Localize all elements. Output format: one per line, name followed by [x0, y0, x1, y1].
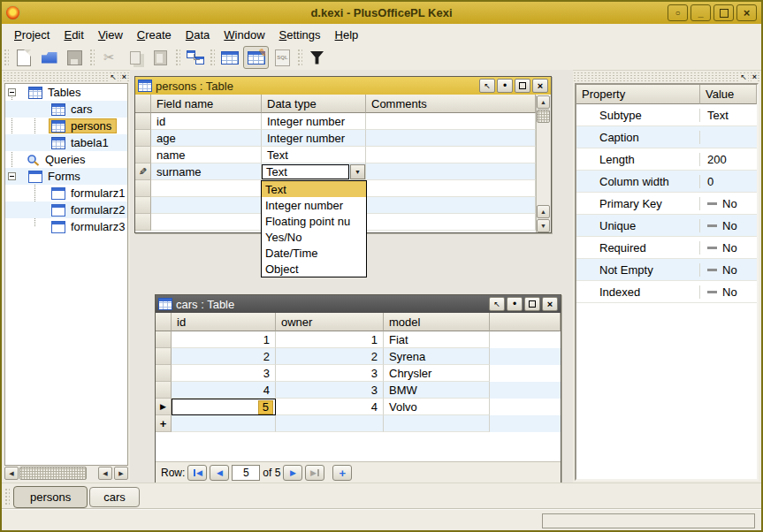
owner-cell[interactable]: 3 [276, 365, 384, 382]
close-panel-icon[interactable]: × [121, 73, 127, 81]
sidebar-item-formularz1[interactable]: formularz1 [5, 185, 127, 201]
column-header-model[interactable]: model [384, 313, 490, 331]
row-header[interactable] [135, 214, 151, 231]
scroll-right-button[interactable]: ▶ [114, 467, 128, 480]
comments-cell[interactable] [366, 163, 536, 180]
panel-drag-handle[interactable]: ↖ × [573, 72, 760, 82]
design-view-button[interactable]: ✎ [243, 46, 269, 69]
row-header-current[interactable]: ▶ [156, 399, 172, 415]
row-header[interactable] [156, 365, 172, 382]
close-button[interactable]: × [532, 79, 548, 93]
row-header[interactable] [135, 180, 151, 197]
data-type-combo-cell[interactable]: Text ▼ [262, 163, 366, 180]
vertical-scrollbar[interactable]: ▲ ▲ ▼ [536, 95, 551, 232]
comments-cell[interactable] [366, 113, 536, 130]
cars-window-titlebar[interactable]: cars : Table ↖ • × [156, 295, 561, 313]
dropdown-item-float[interactable]: Floating point nu [262, 213, 366, 229]
close-panel-icon[interactable]: × [752, 73, 758, 81]
property-row-column-width[interactable]: Column width 0 [576, 171, 757, 193]
column-header-comments[interactable]: Comments [366, 95, 536, 113]
id-cell[interactable]: 3 [172, 365, 276, 382]
property-row-primary-key[interactable]: Primary Key No [576, 193, 757, 215]
sidebar-item-cars[interactable]: cars [5, 101, 127, 118]
field-name-cell[interactable]: id [151, 113, 262, 130]
id-cell[interactable]: 2 [172, 348, 276, 365]
owner-cell[interactable]: 4 [276, 399, 384, 415]
table-relationships-button[interactable] [183, 47, 207, 68]
data-type-cell[interactable]: Integer number [262, 113, 366, 130]
sidebar-item-tables[interactable]: Tables [5, 84, 127, 101]
property-row-unique[interactable]: Unique No [576, 215, 757, 237]
minimize-button[interactable]: _ [691, 4, 711, 21]
filter-button[interactable] [305, 47, 329, 68]
table-view-button[interactable] [217, 47, 241, 68]
menu-create[interactable]: Create [130, 26, 179, 44]
open-file-button[interactable] [37, 47, 61, 68]
field-name-cell[interactable]: name [151, 147, 262, 163]
model-cell[interactable]: Volvo [384, 399, 490, 415]
title-bar[interactable]: d.kexi - PlusOfficePL Kexi ○ _ × [2, 2, 761, 24]
scrollbar-thumb[interactable] [19, 467, 87, 480]
row-header[interactable] [156, 331, 172, 348]
sidebar-item-persons[interactable]: persons [5, 118, 127, 134]
menu-view[interactable]: View [91, 26, 130, 44]
menu-edit[interactable]: Edit [57, 26, 90, 44]
scroll-down-button[interactable]: ▼ [537, 219, 550, 232]
dropdown-item-integer[interactable]: Integer number [262, 197, 366, 213]
dropdown-item-text[interactable]: Text [262, 181, 366, 197]
save-button[interactable] [63, 47, 87, 68]
sidebar-item-tabela1[interactable]: tabela1 [5, 134, 127, 151]
taskbar-grip[interactable] [4, 488, 10, 505]
property-row-required[interactable]: Required No [576, 237, 757, 259]
model-cell[interactable]: Syrena [384, 348, 490, 365]
menu-help[interactable]: Help [328, 26, 366, 44]
minimize-button[interactable]: • [497, 79, 513, 93]
copy-button[interactable] [123, 47, 147, 68]
scroll-left-button[interactable]: ◀ [98, 467, 112, 480]
menu-project[interactable]: Project [7, 26, 57, 44]
sidebar-item-forms[interactable]: Forms [5, 168, 127, 185]
scroll-up-button[interactable]: ▲ [537, 95, 550, 109]
last-row-button[interactable]: ▶ [305, 465, 324, 481]
next-row-button[interactable]: ▶ [283, 465, 302, 481]
scroll-left-button[interactable]: ◀ [4, 467, 19, 480]
row-header[interactable] [135, 147, 151, 163]
dropdown-item-datetime[interactable]: Date/Time [262, 245, 366, 261]
row-header[interactable] [135, 113, 151, 130]
sidebar-item-formularz2[interactable]: formularz2 [5, 201, 127, 218]
property-row-length[interactable]: Length 200 [576, 148, 757, 171]
column-header-data-type[interactable]: Data type [262, 95, 366, 113]
row-header-editing[interactable]: ✎ [135, 163, 151, 180]
maximize-button[interactable] [515, 79, 530, 93]
row-header[interactable] [135, 130, 151, 147]
column-header-id[interactable]: id [172, 313, 276, 331]
field-name-cell[interactable]: surname [151, 163, 262, 180]
current-row-input[interactable]: 5 [232, 465, 260, 481]
id-cell[interactable]: 1 [172, 331, 276, 348]
chevron-down-icon[interactable]: ▼ [350, 164, 365, 179]
model-cell[interactable]: BMW [384, 382, 490, 399]
property-row-not-empty[interactable]: Not Empty No [576, 259, 757, 281]
minimize-button[interactable]: • [507, 297, 523, 311]
close-button[interactable]: × [736, 4, 757, 21]
sql-view-button[interactable]: SQL [271, 47, 294, 68]
owner-cell[interactable]: 2 [276, 348, 384, 365]
new-document-button[interactable] [11, 47, 35, 68]
row-header-new[interactable]: + [156, 415, 172, 432]
property-column-header[interactable]: Property [576, 85, 700, 104]
combobox-value[interactable]: Text [262, 164, 349, 179]
paste-button[interactable] [149, 47, 172, 68]
field-name-cell[interactable]: age [151, 130, 262, 147]
data-type-combobox[interactable]: Text ▼ [262, 164, 365, 179]
model-cell[interactable]: Fiat [384, 331, 490, 348]
collapse-icon[interactable] [8, 172, 16, 180]
dropdown-item-object[interactable]: Object [262, 261, 366, 277]
sidebar-item-queries[interactable]: Queries [5, 151, 127, 168]
maximize-button[interactable] [713, 4, 734, 21]
model-cell[interactable]: Chrysler [384, 365, 490, 382]
menu-window[interactable]: Window [217, 26, 271, 44]
horizontal-scrollbar[interactable]: ◀ ◀ ▶ [4, 467, 128, 481]
column-header-owner[interactable]: owner [276, 313, 384, 331]
undock-button[interactable]: ↖ [479, 79, 495, 93]
previous-row-button[interactable]: ◀ [210, 465, 229, 481]
